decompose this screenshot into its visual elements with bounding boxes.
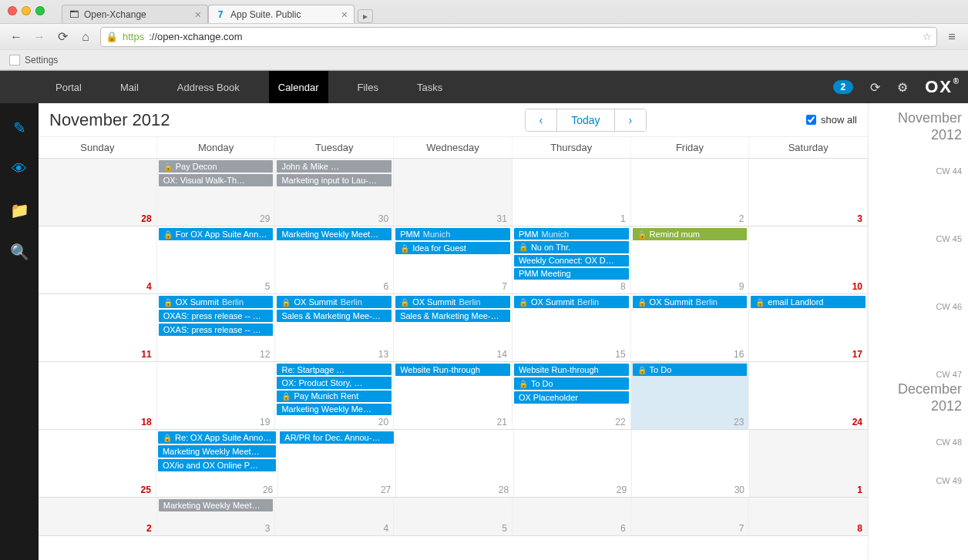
calendar-day[interactable]: 4 [275, 498, 394, 535]
today-button[interactable]: Today [557, 109, 614, 131]
nav-item-address-book[interactable]: Address Book [168, 71, 249, 103]
calendar-day[interactable]: 31 [394, 159, 513, 226]
calendar-day[interactable]: 🔒email Landlord17 [749, 294, 868, 361]
calendar-day[interactable]: 8 [749, 498, 868, 535]
calendar-day[interactable]: 1 [513, 159, 631, 226]
calendar-day[interactable]: 2 [631, 159, 750, 226]
calendar-event[interactable]: Sales & Marketing Mee-… [395, 310, 510, 322]
calendar-event[interactable]: Marketing Weekly Meet… [277, 228, 392, 240]
calendar-event[interactable]: 🔒To Do [633, 364, 748, 376]
calendar-event[interactable]: 🔒Nu on Thr. [514, 241, 629, 253]
calendar-event[interactable]: 🔒OX Summit Berlin [395, 296, 510, 308]
browser-tab-1[interactable]: 7 App Suite. Public × [208, 5, 355, 23]
calendar-day[interactable]: 🔒OX Summit BerlinOXAS: press release -- … [157, 294, 276, 361]
nav-item-mail[interactable]: Mail [111, 71, 148, 103]
calendar-day[interactable]: 🔒OX Summit Berlin15 [513, 294, 631, 361]
calendar-day[interactable]: 🔒Remind mum9 [631, 226, 750, 293]
minimize-window-button[interactable] [22, 6, 31, 15]
calendar-event[interactable]: Marketing input to Lau-… [277, 174, 392, 186]
pencil-icon[interactable]: ✎ [13, 119, 26, 137]
search-icon[interactable]: 🔍 [10, 243, 29, 261]
calendar-day[interactable]: John & Mike …Marketing input to Lau-…30 [275, 159, 394, 226]
calendar-day[interactable]: 25 [39, 430, 156, 497]
calendar-event[interactable]: 🔒To Do [514, 377, 629, 390]
calendar-day[interactable]: 28 [396, 430, 514, 497]
calendar-event[interactable]: OX: Product Story, … [277, 377, 392, 388]
calendar-event[interactable]: Website Run-through [395, 364, 510, 376]
url-bar[interactable]: 🔒 https://open-xchange.com ☆ [100, 27, 937, 47]
nav-item-calendar[interactable]: Calendar [269, 71, 328, 103]
forward-button[interactable]: → [31, 29, 48, 45]
calendar-day[interactable]: 🔒Re: OX App Suite Anno…Marketing Weekly … [156, 430, 278, 497]
calendar-event[interactable]: OX Placeholder [514, 391, 629, 404]
calendar-event[interactable]: Marketing Weekly Meet… [159, 499, 274, 511]
notifications-badge[interactable]: 2 [833, 80, 854, 94]
calendar-day[interactable]: Website Run-through21 [394, 362, 513, 429]
calendar-event[interactable]: 🔒Pay Munich Rent [277, 391, 392, 402]
calendar-day[interactable]: PMM Munich🔒Idea for Guest7 [394, 226, 513, 293]
calendar-event[interactable]: Sales & Marketing Mee-… [277, 310, 392, 322]
calendar-day[interactable]: 2 [39, 498, 157, 535]
calendar-day[interactable]: 28 [39, 159, 157, 226]
calendar-event[interactable]: PMM Munich [514, 228, 629, 240]
calendar-event[interactable]: 🔒OX Summit Berlin [633, 296, 748, 308]
calendar-day[interactable]: 1 [750, 430, 868, 497]
calendar-event[interactable]: Weekly Connect: OX D… [514, 255, 629, 267]
prev-button[interactable]: ‹ [526, 109, 558, 131]
close-window-button[interactable] [8, 6, 17, 15]
calendar-day[interactable]: 🔒OX Summit BerlinSales & Marketing Mee-…… [275, 294, 394, 361]
next-button[interactable]: › [615, 109, 647, 131]
calendar-event[interactable]: Marketing Weekly Meet… [158, 445, 276, 458]
calendar-day[interactable]: 6 [513, 498, 631, 535]
nav-item-tasks[interactable]: Tasks [408, 71, 452, 103]
calendar-day[interactable]: 29 [514, 430, 632, 497]
close-tab-icon[interactable]: × [195, 8, 201, 21]
show-all-toggle[interactable]: show all [806, 114, 857, 126]
bookmark-star-icon[interactable]: ☆ [923, 31, 932, 42]
calendar-day[interactable]: 18 [39, 362, 157, 429]
calendar-event[interactable]: John & Mike … [277, 160, 392, 173]
calendar-day[interactable]: Website Run-through🔒To DoOX Placeholder2… [513, 362, 631, 429]
calendar-day[interactable]: 🔒Pay DeconOX: Visual Walk-Th…29 [157, 159, 276, 226]
nav-item-files[interactable]: Files [348, 71, 388, 103]
gear-icon[interactable]: ⚙ [897, 80, 908, 95]
calendar-event[interactable]: Marketing Weekly Me… [277, 404, 392, 415]
calendar-day[interactable]: 🔒OX Summit Berlin16 [631, 294, 750, 361]
browser-tab-0[interactable]: 🗔 Open-Xchange × [62, 5, 208, 23]
calendar-day[interactable]: 19 [157, 362, 276, 429]
calendar-event[interactable]: AR/PR for Dec. Annou-… [280, 431, 394, 444]
folder-icon[interactable]: 📁 [10, 201, 29, 220]
calendar-event[interactable]: 🔒OX Summit Berlin [159, 296, 274, 308]
calendar-day[interactable]: AR/PR for Dec. Annou-…27 [278, 430, 396, 497]
calendar-event[interactable]: OX: Visual Walk-Th… [159, 174, 274, 186]
calendar-event[interactable]: 🔒Idea for Guest [395, 242, 510, 254]
calendar-event[interactable]: Website Run-through [514, 364, 629, 376]
calendar-day[interactable]: Marketing Weekly Meet…3 [157, 498, 276, 535]
new-tab-button[interactable]: ▸ [358, 9, 373, 23]
show-all-checkbox[interactable] [806, 115, 816, 125]
calendar-day[interactable]: 4 [39, 226, 157, 293]
calendar-day[interactable]: 24 [749, 362, 868, 429]
calendar-day[interactable]: Re: Startpage …OX: Product Story, …🔒Pay … [275, 362, 394, 429]
calendar-event[interactable]: Re: Startpage … [277, 364, 392, 375]
calendar-event[interactable]: 🔒Re: OX App Suite Anno… [158, 431, 276, 444]
calendar-day[interactable]: 🔒OX Summit BerlinSales & Marketing Mee-…… [394, 294, 513, 361]
calendar-event[interactable]: 🔒Pay Decon [159, 160, 274, 173]
calendar-event[interactable]: 🔒Remind mum [633, 228, 748, 240]
calendar-day[interactable]: 7 [631, 498, 750, 535]
calendar-day[interactable]: 30 [632, 430, 750, 497]
close-tab-icon[interactable]: × [341, 8, 348, 21]
back-button[interactable]: ← [8, 29, 25, 45]
calendar-day[interactable]: 🔒For OX App Suite Ann…5 [157, 226, 276, 293]
calendar-event[interactable]: 🔒OX Summit Berlin [514, 296, 629, 308]
home-button[interactable]: ⌂ [77, 29, 94, 45]
calendar-event[interactable]: 🔒OX Summit Berlin [277, 296, 392, 308]
calendar-day[interactable]: Marketing Weekly Meet…6 [275, 226, 394, 293]
calendar-day[interactable]: 10 [749, 226, 868, 293]
calendar-day[interactable]: 3 [749, 159, 868, 226]
eye-icon[interactable]: 👁 [12, 160, 27, 178]
calendar-event[interactable]: OXAS: press release -- … [159, 324, 274, 336]
calendar-event[interactable]: 🔒For OX App Suite Ann… [159, 228, 274, 240]
calendar-event[interactable]: PMM Munich [395, 228, 510, 240]
calendar-day[interactable]: 11 [39, 294, 157, 361]
